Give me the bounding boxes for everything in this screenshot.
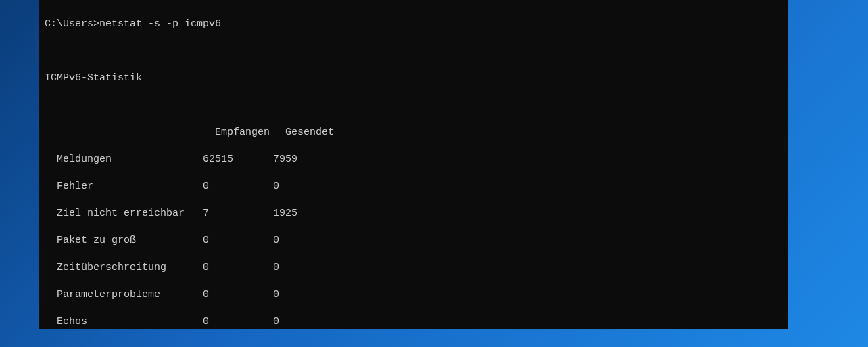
table-row: Meldungen625157959 bbox=[45, 153, 783, 166]
terminal-window[interactable]: C:\Users>netstat -s -p icmpv6 ICMPv6-Sta… bbox=[39, 0, 788, 329]
header-received: Empfangen bbox=[215, 126, 285, 139]
command-text: netstat -s -p icmpv6 bbox=[99, 18, 221, 30]
terminal-output: C:\Users>netstat -s -p icmpv6 ICMPv6-Sta… bbox=[39, 0, 788, 329]
table-row: Echos00 bbox=[45, 315, 783, 329]
table-row: Paket zu groß00 bbox=[45, 234, 783, 248]
table-row: Ziel nicht erreichbar71925 bbox=[45, 207, 783, 221]
table-row: Parameterprobleme00 bbox=[45, 288, 783, 302]
table-row: Fehler00 bbox=[45, 180, 783, 193]
prompt: C:\Users> bbox=[45, 18, 99, 30]
table-row: Zeitüberschreitung00 bbox=[45, 261, 783, 275]
header-sent: Gesendet bbox=[285, 126, 334, 139]
section-title: ICMPv6-Statistik bbox=[45, 72, 142, 84]
